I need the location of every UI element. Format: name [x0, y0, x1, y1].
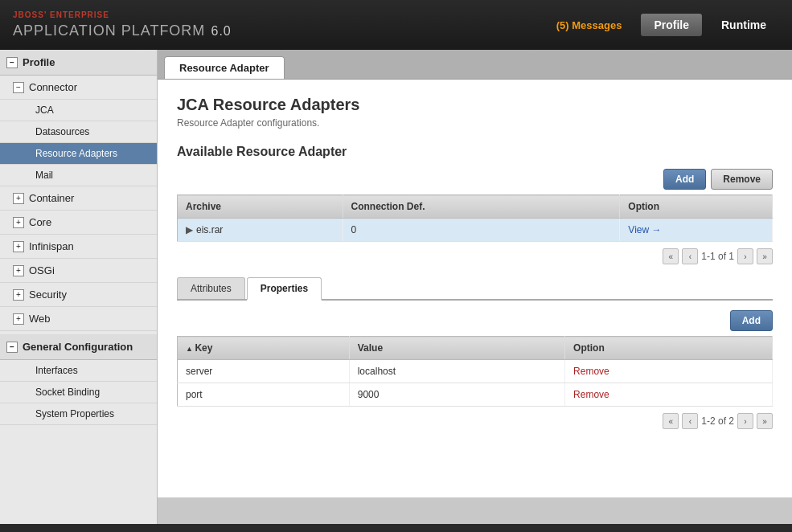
table-row[interactable]: port 9000 Remove	[178, 383, 773, 407]
sidebar-item-core[interactable]: + Core	[0, 211, 157, 235]
col-archive: Archive	[178, 195, 343, 219]
table2-toolbar: Add	[177, 310, 773, 331]
page-info2: 1-2 of 2	[701, 415, 734, 427]
table-row[interactable]: ▶eis.rar 0 View →	[178, 219, 773, 242]
footer: 1.3.1.Final-redhat-1 Settings Logout	[0, 524, 792, 532]
cell-row-marker: ▶eis.rar	[178, 219, 343, 242]
container-label: Container	[29, 192, 74, 204]
runtime-nav-btn[interactable]: Runtime	[708, 14, 779, 36]
brand-bottom: APPLICATION PLATFORM 6.0	[13, 19, 232, 40]
col-connection-def: Connection Def.	[343, 195, 620, 219]
remove-port-link[interactable]: Remove	[573, 389, 609, 400]
security-expand-icon: +	[13, 289, 24, 301]
col-option2: Option	[565, 337, 773, 360]
sidebar-profile-label: Profile	[23, 56, 55, 68]
sidebar-sub-socket-binding[interactable]: Socket Binding	[0, 382, 157, 403]
sidebar-sub-interfaces[interactable]: Interfaces	[0, 360, 157, 382]
available-title: Available Resource Adapter	[177, 145, 773, 159]
cell-option-server: Remove	[565, 360, 773, 383]
cell-option-port: Remove	[565, 383, 773, 407]
sidebar-item-security[interactable]: + Security	[0, 283, 157, 307]
properties-table: Key Value Option server localhost Remove…	[177, 336, 773, 407]
tab-properties[interactable]: Properties	[247, 277, 322, 301]
last-page-btn2[interactable]: »	[757, 413, 773, 429]
remove-server-link[interactable]: Remove	[573, 366, 609, 377]
content-area: Resource Adapter JCA Resource Adapters R…	[158, 50, 792, 524]
core-label: Core	[29, 216, 51, 228]
general-config-label: General Configuration	[23, 341, 133, 353]
sidebar-item-infinispan[interactable]: + Infinispan	[0, 235, 157, 259]
sidebar-item-connector[interactable]: − Connector	[0, 76, 157, 100]
collapse-icon: −	[6, 57, 18, 68]
first-page-btn2[interactable]: «	[663, 413, 679, 429]
osgi-label: OSGi	[29, 264, 55, 276]
cell-value-port: 9000	[349, 383, 564, 407]
main-content: JCA Resource Adapters Resource Adapter c…	[158, 80, 792, 497]
prev-page-btn2[interactable]: ‹	[682, 413, 698, 429]
sidebar-sub-system-properties[interactable]: System Properties	[0, 403, 157, 425]
main-layout: − Profile − Connector JCA Datasources Re…	[0, 50, 792, 524]
sidebar-sub-jca[interactable]: JCA	[0, 100, 157, 121]
connector-expand-icon: −	[13, 82, 24, 93]
view-link[interactable]: View →	[628, 224, 661, 235]
next-page-btn[interactable]: ›	[737, 248, 753, 264]
sub-tab-bar: Attributes Properties	[177, 277, 773, 301]
core-expand-icon: +	[13, 217, 24, 228]
web-expand-icon: +	[13, 313, 24, 325]
table-row[interactable]: server localhost Remove	[178, 360, 773, 383]
table1-toolbar: Add Remove	[177, 169, 773, 190]
infinispan-label: Infinispan	[29, 240, 74, 252]
security-label: Security	[29, 289, 67, 301]
page-description: Resource Adapter configurations.	[177, 117, 773, 129]
container-expand-icon: +	[13, 193, 24, 204]
app-logo: JBoss' Enterprise APPLICATION PLATFORM 6…	[13, 10, 232, 40]
sidebar-item-osgi[interactable]: + OSGi	[0, 259, 157, 283]
sidebar-item-container[interactable]: + Container	[0, 186, 157, 211]
first-page-btn[interactable]: «	[663, 248, 679, 264]
cell-value-server: localhost	[349, 360, 564, 383]
last-page-btn[interactable]: »	[757, 248, 773, 264]
remove-button[interactable]: Remove	[711, 169, 773, 190]
sidebar-item-web[interactable]: + Web	[0, 307, 157, 331]
web-label: Web	[29, 313, 51, 325]
header-nav: (5) Messages Profile Runtime	[556, 14, 779, 36]
page-title: JCA Resource Adapters	[177, 96, 773, 114]
cell-option: View →	[620, 219, 773, 242]
header: JBoss' Enterprise APPLICATION PLATFORM 6…	[0, 0, 792, 50]
cell-key-server: server	[178, 360, 350, 383]
col-value: Value	[349, 337, 564, 360]
sidebar-sub-resource-adapters[interactable]: Resource Adapters	[0, 143, 157, 165]
cell-key-port: port	[178, 383, 350, 407]
tab-attributes[interactable]: Attributes	[177, 277, 245, 299]
socket-binding-label: Socket Binding	[35, 387, 100, 398]
sidebar-sub-datasources[interactable]: Datasources	[0, 121, 157, 143]
profile-nav-btn[interactable]: Profile	[641, 14, 702, 36]
cell-connection-def: 0	[343, 219, 620, 242]
infinispan-expand-icon: +	[13, 241, 24, 252]
tab-resource-adapter[interactable]: Resource Adapter	[164, 56, 285, 79]
sidebar-section-general-config[interactable]: − General Configuration	[0, 334, 157, 360]
table2-pagination: « ‹ 1-2 of 2 › »	[177, 413, 773, 429]
add-property-button[interactable]: Add	[730, 310, 773, 331]
brand-top: JBoss' Enterprise	[13, 10, 232, 19]
resource-adapters-label: Resource Adapters	[35, 148, 117, 159]
interfaces-label: Interfaces	[35, 365, 78, 376]
page-info: 1-1 of 1	[701, 251, 734, 262]
general-config-expand-icon: −	[6, 342, 18, 353]
sidebar: − Profile − Connector JCA Datasources Re…	[0, 50, 158, 524]
osgi-expand-icon: +	[13, 265, 24, 276]
sidebar-connector-label: Connector	[29, 81, 77, 93]
next-page-btn2[interactable]: ›	[737, 413, 753, 429]
tab-bar: Resource Adapter	[158, 50, 792, 80]
col-option: Option	[620, 195, 773, 219]
resource-adapter-table: Archive Connection Def. Option ▶eis.rar …	[177, 194, 773, 242]
jca-label: JCA	[35, 104, 54, 116]
table1-pagination: « ‹ 1-1 of 1 › »	[177, 248, 773, 264]
add-button[interactable]: Add	[663, 169, 706, 190]
prev-page-btn[interactable]: ‹	[682, 248, 698, 264]
messages-link[interactable]: (5) Messages	[556, 19, 622, 31]
sidebar-sub-mail[interactable]: Mail	[0, 165, 157, 186]
sidebar-section-profile[interactable]: − Profile	[0, 50, 157, 76]
datasources-label: Datasources	[35, 126, 89, 137]
system-properties-label: System Properties	[35, 408, 114, 419]
